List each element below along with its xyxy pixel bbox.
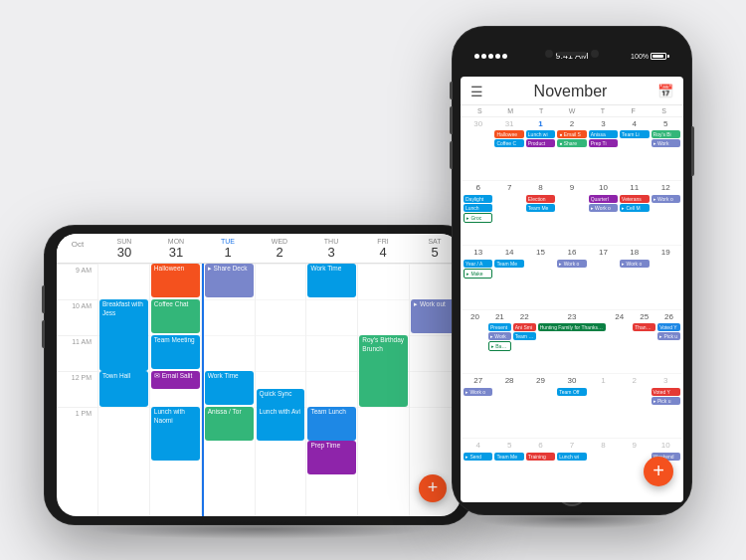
signal-indicator (474, 54, 507, 59)
month-cell-nov7[interactable]: 7 (493, 181, 524, 245)
vol-down-button-left[interactable] (42, 320, 45, 348)
event-team-meeting[interactable]: Team Meeting (151, 335, 200, 369)
event-halloween[interactable]: Halloween (151, 264, 200, 297)
month-cell-nov22[interactable]: 22 Ani Smi Team Me (512, 310, 537, 374)
event-share-deck[interactable]: ▸ Share Deck (205, 264, 254, 297)
phones-container: Oct Sun 30 Mon 31 Tue 1 Wed (25, 17, 721, 544)
month-row-2: 6 Daylight Lunch ▸ Groc 7 8 Election Tea… (463, 181, 681, 246)
month-cell-dec4[interactable]: 4 ▸ Send (463, 439, 493, 502)
month-cell-dec7[interactable]: 7 Lunch wi (556, 439, 587, 502)
event-lunch-naomi[interactable]: Lunch with Naomi (151, 407, 200, 461)
event-work-time-tue[interactable]: Work Time (205, 371, 254, 405)
month-grid: 30 31 Hallowee Coffee C 1 Lunch wi Produ… (461, 117, 683, 502)
month-cell-nov12[interactable]: 12 ▸ Work o (651, 181, 681, 245)
battery-area: 100% (631, 53, 669, 60)
month-cell-nov17[interactable]: 17 (588, 246, 619, 309)
month-cell-nov24[interactable]: 24 (607, 310, 632, 374)
day-col-wed: Quick Sync Lunch with Avi (256, 264, 307, 515)
month-title: November (534, 83, 608, 100)
vol-up-button-left[interactable] (42, 285, 45, 313)
month-cell-nov26[interactable]: 26 Voted Y ▸ Pick u (656, 310, 681, 374)
month-cell-dec3[interactable]: 3 Voted Y ▸ Pick u (651, 374, 681, 438)
weekday-labels: S M T W T F S (461, 105, 683, 117)
month-cell-dec8[interactable]: 8 (588, 439, 619, 502)
power-button-right[interactable] (691, 126, 694, 176)
vol-up-button-right[interactable] (450, 106, 453, 134)
month-cell-nov5[interactable]: 5 Roy's Bi ▸ Work (651, 117, 681, 181)
event-email-salit[interactable]: ✉ Email Salit (151, 371, 200, 389)
month-cell-nov2[interactable]: 2 ● Email S ● Share (556, 117, 587, 181)
month-cell-nov13[interactable]: 13 Year / A ▸ Make (463, 246, 493, 309)
week-view: Oct Sun 30 Mon 31 Tue 1 Wed (57, 234, 461, 516)
add-event-button-right[interactable]: + (644, 457, 673, 486)
event-team-lunch[interactable]: Team Lunch (307, 407, 356, 441)
month-row-3: 13 Year / A ▸ Make 14 Team Me 15 16 (463, 246, 681, 310)
month-cell-oct31[interactable]: 31 Hallowee Coffee C (493, 117, 524, 181)
event-townhall[interactable]: Town Hall (99, 371, 148, 407)
calendar-icon[interactable]: 📅 (657, 84, 673, 98)
month-cell-nov1[interactable]: 1 Lunch wi Product (525, 117, 556, 181)
month-cell-nov23[interactable]: 23 Hunting Family for Thanksgiving (537, 310, 608, 374)
day-col-sun: Breakfast with Jess Town Hall (98, 264, 150, 515)
day-col-fri: Roy's Birthday Brunch (358, 264, 410, 515)
event-work-time-thu[interactable]: Work Time (307, 264, 356, 297)
month-label: Oct (57, 238, 98, 261)
week-day-mon: Mon 31 (150, 238, 202, 261)
right-phone-screen: ☰ November 📅 S M T W T F S (461, 77, 683, 502)
month-cell-nov3[interactable]: 3 Anissa Prep Ti (588, 117, 619, 181)
day-col-thu: Work Time Team Lunch Prep Time (306, 264, 358, 515)
week-day-thu: Thu 3 (305, 238, 357, 261)
month-cell-dec5[interactable]: 5 Team Me (493, 439, 524, 502)
month-cell-nov8[interactable]: 8 Election Team Me (525, 181, 556, 245)
month-cell-nov15[interactable]: 15 (525, 246, 556, 309)
month-row-1: 30 31 Hallowee Coffee C 1 Lunch wi Produ… (463, 117, 681, 182)
month-cell-nov21[interactable]: 21 Present ▸ Work ▸ Bay do (487, 310, 512, 374)
month-row-4: 20 21 Present ▸ Work ▸ Bay do 22 Ani Smi… (463, 310, 681, 375)
month-cell-nov29[interactable]: 29 (525, 374, 556, 438)
event-anissa-tor[interactable]: Anissa / Tor (205, 407, 254, 441)
month-cell-nov11[interactable]: 11 Veterans ▸ Cell M (619, 181, 650, 245)
time-column: 9 AM 10 AM 11 AM 12 PM 1 PM (57, 264, 98, 515)
week-day-sun: Sun 30 (98, 238, 150, 261)
month-cell-dec1[interactable]: 1 (588, 374, 619, 438)
month-cell-dec6[interactable]: 6 Training (525, 439, 556, 502)
month-cell-nov9[interactable]: 9 (556, 181, 587, 245)
event-roys-birthday[interactable]: Roy's Birthday Brunch (359, 335, 408, 407)
week-day-wed: Wed 2 (254, 238, 305, 261)
event-coffee-chat[interactable]: Coffee Chat (151, 299, 200, 333)
month-cell-nov14[interactable]: 14 Team Me (493, 246, 524, 309)
month-cell-nov30[interactable]: 30 Team Off (556, 374, 587, 438)
event-breakfast[interactable]: Breakfast with Jess (99, 299, 148, 371)
sensor (591, 50, 599, 58)
month-cell-nov16[interactable]: 16 ▸ Work o (556, 246, 587, 309)
month-cell-oct30[interactable]: 30 (463, 117, 493, 181)
month-cell-nov28[interactable]: 28 (493, 374, 524, 438)
day-col-mon: Halloween Coffee Chat Team Meeting ✉ Ema… (150, 264, 202, 515)
right-phone: 9:41 AM 100% ☰ (453, 27, 691, 514)
month-cell-nov25[interactable]: 25 Thanksg (632, 310, 656, 374)
battery-icon (651, 53, 669, 60)
earpiece-speaker (557, 52, 587, 56)
month-row-5: 27 ▸ Work o 28 29 30 Team Off (463, 374, 681, 439)
month-view: ☰ November 📅 S M T W T F S (461, 77, 683, 502)
event-lunch-avi[interactable]: Lunch with Avi (257, 407, 305, 441)
silent-switch[interactable] (450, 82, 453, 99)
vol-down-button-right[interactable] (450, 141, 453, 169)
month-cell-nov27[interactable]: 27 ▸ Work o (463, 374, 493, 438)
month-cell-nov18[interactable]: 18 ▸ Work o (619, 246, 650, 309)
month-cell-dec2[interactable]: 2 (619, 374, 650, 438)
add-event-button-left[interactable]: + (419, 474, 447, 502)
left-phone: Oct Sun 30 Mon 31 Tue 1 Wed (45, 226, 472, 524)
month-cell-nov19[interactable]: 19 (651, 246, 681, 309)
week-header: Oct Sun 30 Mon 31 Tue 1 Wed (57, 234, 461, 265)
month-cell-nov10[interactable]: 10 Quarterl ▸ Work o (588, 181, 619, 245)
left-phone-screen: Oct Sun 30 Mon 31 Tue 1 Wed (57, 234, 461, 516)
event-prep-time[interactable]: Prep Time (307, 441, 356, 474)
month-cell-nov20[interactable]: 20 (463, 310, 487, 374)
month-cell-nov6[interactable]: 6 Daylight Lunch ▸ Groc (463, 181, 493, 245)
menu-icon[interactable]: ☰ (470, 84, 483, 99)
days-grid: Breakfast with Jess Town Hall Halloween … (98, 264, 461, 515)
month-cell-nov4[interactable]: 4 Team Li (619, 117, 650, 181)
day-col-tue: ▸ Share Deck Work Time Anissa / Tor (202, 264, 256, 515)
month-header: ☰ November 📅 (461, 77, 683, 105)
